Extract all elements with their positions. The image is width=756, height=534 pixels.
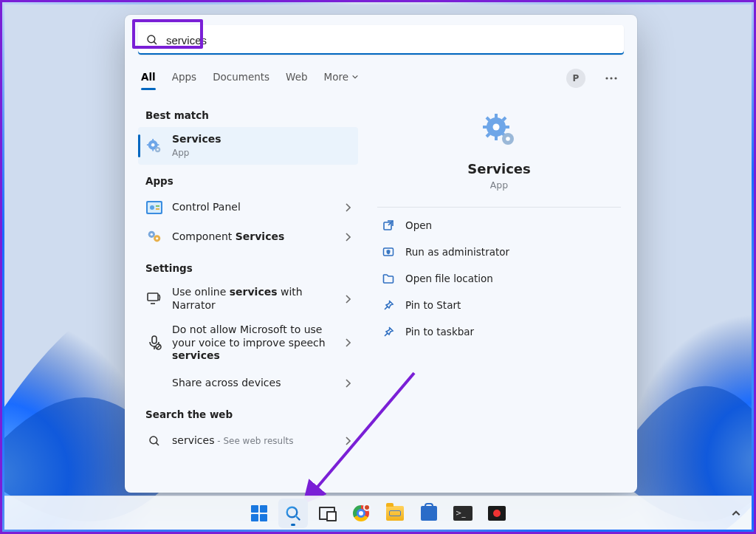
- action-label: Run as administrator: [405, 246, 509, 258]
- terminal-icon: [453, 506, 472, 521]
- svg-line-40: [503, 117, 506, 120]
- record-icon: [488, 506, 506, 521]
- result-control-panel[interactable]: Control Panel: [138, 193, 358, 222]
- open-icon: [382, 219, 395, 232]
- file-explorer-icon: [386, 506, 404, 521]
- action-pin-taskbar[interactable]: Pin to taskbar: [377, 318, 621, 345]
- result-label: services - See web results: [172, 434, 293, 446]
- chevron-right-icon: [345, 203, 351, 212]
- chevron-down-icon: [351, 73, 359, 81]
- svg-point-13: [157, 148, 159, 151]
- search-filter-tabs: All Apps Documents Web More P: [125, 59, 637, 90]
- svg-line-37: [487, 117, 489, 120]
- action-label: Open: [405, 219, 432, 231]
- microsoft-store-icon: [421, 506, 437, 521]
- svg-point-3: [605, 77, 608, 79]
- taskbar-app-explorer[interactable]: [380, 499, 410, 528]
- divider: [377, 207, 621, 208]
- svg-point-42: [506, 137, 510, 141]
- svg-line-30: [156, 442, 159, 445]
- microphone-icon: [145, 334, 163, 352]
- svg-point-16: [150, 205, 154, 210]
- section-search-web: Search the web: [138, 398, 358, 426]
- tab-more-label: More: [324, 71, 348, 83]
- svg-point-32: [493, 124, 500, 131]
- display-icon: [145, 290, 163, 308]
- tab-all[interactable]: All: [141, 66, 156, 90]
- search-input[interactable]: [166, 34, 616, 47]
- svg-point-4: [610, 77, 612, 79]
- preview-title: Services: [467, 161, 531, 177]
- chrome-icon: [353, 505, 369, 521]
- section-settings: Settings: [138, 252, 358, 280]
- svg-line-39: [487, 134, 489, 137]
- shield-icon: [382, 245, 395, 259]
- result-component-services[interactable]: Component Services: [138, 222, 358, 252]
- svg-rect-17: [156, 205, 159, 207]
- svg-rect-18: [156, 208, 159, 210]
- svg-line-48: [296, 516, 300, 519]
- result-subtitle: App: [172, 148, 189, 158]
- chevron-right-icon: [345, 233, 351, 242]
- result-label: Component Services: [172, 230, 284, 242]
- services-gear-icon: [145, 137, 163, 155]
- result-label: Control Panel: [172, 201, 336, 214]
- preview-pane: Services App Open Run as administrator O…: [368, 96, 628, 481]
- svg-point-29: [150, 437, 157, 444]
- result-title: Services: [172, 133, 221, 145]
- chevron-right-icon: [345, 295, 351, 304]
- more-options-button[interactable]: [602, 69, 621, 88]
- pin-icon: [382, 325, 395, 338]
- annotation-highlight-search: [132, 19, 203, 49]
- results-column: Best match Services App Apps Control Pan…: [134, 96, 362, 481]
- svg-point-22: [156, 237, 158, 239]
- tab-apps[interactable]: Apps: [172, 66, 196, 90]
- tab-more[interactable]: More: [324, 66, 359, 90]
- result-web-search[interactable]: services - See web results: [138, 426, 358, 456]
- result-share-devices[interactable]: Share across devices: [138, 369, 358, 398]
- profile-badge[interactable]: P: [566, 69, 585, 88]
- tab-documents[interactable]: Documents: [213, 66, 269, 90]
- svg-point-5: [614, 77, 616, 79]
- search-bar[interactable]: [138, 25, 624, 55]
- action-pin-start[interactable]: Pin to Start: [377, 292, 621, 318]
- start-search-panel: All Apps Documents Web More P Best match…: [125, 15, 637, 493]
- result-narrator-services[interactable]: Use online services with Narrator: [138, 280, 358, 318]
- task-view-icon: [319, 507, 335, 520]
- component-services-icon: [145, 228, 163, 246]
- svg-point-7: [151, 143, 155, 146]
- task-view-button[interactable]: [312, 499, 342, 528]
- chevron-up-icon: [731, 508, 741, 518]
- result-services-app[interactable]: Services App: [138, 127, 358, 165]
- chevron-right-icon: [345, 437, 351, 445]
- services-gear-icon: [481, 112, 517, 148]
- svg-rect-23: [148, 293, 158, 301]
- result-label: Share across devices: [172, 377, 336, 390]
- search-icon: [284, 504, 302, 522]
- folder-icon: [382, 272, 395, 285]
- taskbar: [4, 496, 752, 530]
- result-speech-services[interactable]: Do not allow Microsoft to use your voice…: [138, 318, 358, 369]
- action-run-admin[interactable]: Run as administrator: [377, 239, 621, 265]
- start-button[interactable]: [244, 499, 274, 528]
- taskbar-app-recorder[interactable]: [482, 499, 512, 528]
- windows-logo-icon: [251, 505, 267, 521]
- system-tray[interactable]: [731, 508, 741, 518]
- action-open-location[interactable]: Open file location: [377, 265, 621, 292]
- chevron-right-icon: [345, 338, 351, 347]
- taskbar-app-store[interactable]: [414, 499, 444, 528]
- svg-rect-25: [152, 336, 157, 343]
- search-icon: [145, 432, 163, 450]
- taskbar-app-chrome[interactable]: [346, 499, 376, 528]
- action-open[interactable]: Open: [377, 212, 621, 239]
- preview-subtitle: App: [490, 179, 508, 191]
- chevron-right-icon: [345, 379, 351, 388]
- action-label: Open file location: [405, 273, 493, 284]
- tab-web[interactable]: Web: [286, 66, 307, 90]
- taskbar-search-button[interactable]: [278, 499, 308, 528]
- action-label: Pin to Start: [405, 299, 461, 311]
- svg-line-44: [388, 221, 393, 225]
- section-best-match: Best match: [138, 99, 358, 127]
- pin-icon: [382, 298, 395, 312]
- taskbar-app-terminal[interactable]: [448, 499, 478, 528]
